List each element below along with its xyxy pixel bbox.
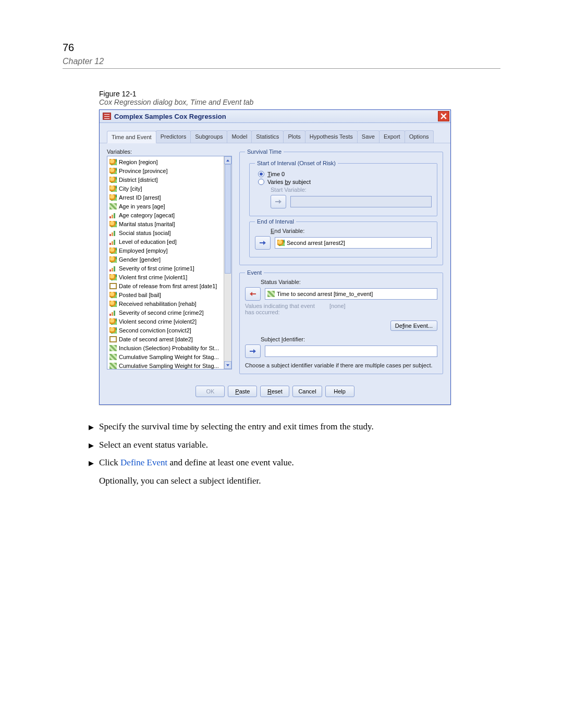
tab-export[interactable]: Export [379, 130, 405, 143]
list-item[interactable]: Inclusion (Selection) Probability for St… [107, 343, 231, 352]
list-item[interactable]: Received rehabilitation [rehab] [107, 299, 231, 308]
move-subject-id-button[interactable] [245, 344, 261, 358]
move-end-var-button[interactable] [255, 236, 271, 250]
help-button[interactable]: Help [325, 386, 354, 397]
tab-predictors[interactable]: Predictors [156, 130, 191, 143]
list-item[interactable]: Gender [gender] [107, 255, 231, 264]
end-interval-group: End of Interval End Variable: Second arr… [249, 218, 437, 257]
list-item-label: Cumulative Sampling Weight for Stag... [119, 363, 219, 369]
scroll-up-button[interactable] [224, 156, 231, 164]
tab-plots[interactable]: Plots [283, 130, 305, 143]
list-item[interactable]: Violent first crime [violent1] [107, 273, 231, 281]
subject-id-label: Subject Identifier: [261, 336, 437, 342]
end-var-field[interactable]: Second arrest [arrest2] [275, 237, 432, 249]
list-item[interactable]: Cumulative Sampling Weight for Stag... [107, 361, 231, 369]
list-item[interactable]: Age category [agecat] [107, 211, 231, 219]
radio-time0[interactable]: Time 0 [258, 171, 432, 177]
list-item-label: Date of release from first arrest [date1… [119, 283, 217, 289]
step-2: Select an event status variable. [99, 439, 208, 452]
list-item[interactable]: Date of release from first arrest [date1… [107, 281, 231, 290]
list-item-label: Date of second arrest [date2] [119, 336, 193, 342]
list-item-label: Violent second crime [violent2] [119, 318, 197, 325]
tab-save[interactable]: Save [357, 130, 380, 143]
sca-var-icon [109, 363, 117, 369]
list-item[interactable]: Age in years [age] [107, 202, 231, 211]
list-item[interactable]: Level of education [ed] [107, 237, 231, 246]
nom-var-icon [109, 274, 117, 280]
survival-legend: Survival Time [245, 149, 284, 155]
list-item[interactable]: Region [region] [107, 157, 231, 166]
page-number: 76 [63, 42, 500, 54]
subject-id-field[interactable] [265, 346, 437, 357]
end-var-label: End Variable: [271, 228, 432, 234]
list-item-label: Province [province] [119, 168, 168, 174]
chapter-label: Chapter 12 [63, 57, 500, 69]
arrow-left-icon [249, 291, 256, 297]
scroll-down-button[interactable] [224, 361, 231, 369]
start-var-field [290, 196, 432, 207]
list-item-label: Cumulative Sampling Weight for Stag... [119, 354, 219, 360]
scroll-track[interactable] [224, 164, 231, 361]
status-var-field[interactable]: Time to second arrest [time_to_event] [265, 288, 437, 300]
scroll-thumb[interactable] [225, 164, 231, 274]
tab-options[interactable]: Options [405, 130, 434, 143]
move-status-var-button[interactable] [245, 287, 261, 301]
list-item[interactable]: Cumulative Sampling Weight for Stag... [107, 352, 231, 361]
list-item[interactable]: Arrest ID [arrest] [107, 193, 231, 202]
subject-id-help: Choose a subject identifier variable if … [245, 362, 437, 368]
nom-var-icon [109, 292, 117, 298]
define-event-link[interactable]: Define Event [120, 458, 167, 467]
scale-var-icon [267, 291, 275, 297]
tab-statistics[interactable]: Statistics [251, 130, 284, 143]
list-item[interactable]: Second conviction [convict2] [107, 326, 231, 335]
sca-var-icon [109, 203, 117, 209]
list-item[interactable]: Province [province] [107, 166, 231, 175]
tab-subgroups[interactable]: Subgroups [190, 130, 227, 143]
list-item-label: Employed [employ] [119, 248, 168, 254]
define-event-button[interactable]: Define Event... [390, 320, 437, 331]
list-item[interactable]: Marital status [marital] [107, 219, 231, 228]
close-button[interactable] [438, 111, 449, 121]
list-item[interactable]: Violent second crime [violent2] [107, 317, 231, 326]
list-item[interactable]: Social status [social] [107, 228, 231, 237]
step-1: Specify the survival time by selecting t… [99, 421, 374, 434]
variables-label: Variables: [107, 149, 232, 155]
figure-caption: Cox Regression dialog box, Time and Even… [99, 98, 500, 106]
radio-varies[interactable]: Varies by subject [258, 179, 432, 185]
list-item-label: Severity of second crime [crime2] [119, 310, 204, 316]
list-item[interactable]: Severity of first crime [crime1] [107, 264, 231, 273]
dialog-title: Complex Samples Cox Regression [114, 113, 226, 120]
nom-var-icon [109, 221, 117, 227]
dat-var-icon [109, 336, 117, 342]
list-item[interactable]: City [city] [107, 184, 231, 193]
sca-var-icon [109, 345, 117, 351]
tab-time-and-event[interactable]: Time and Event [107, 131, 156, 143]
nom-var-icon [109, 301, 117, 307]
list-item[interactable]: Posted bail [bail] [107, 290, 231, 299]
list-item[interactable]: Date of second arrest [date2] [107, 335, 231, 343]
list-item[interactable]: Employed [employ] [107, 246, 231, 255]
nom-var-icon [109, 159, 117, 165]
radio-icon [258, 179, 264, 185]
chevron-down-icon [226, 363, 230, 367]
scrollbar-vertical[interactable] [224, 156, 231, 369]
reset-button[interactable]: Reset [260, 386, 289, 397]
end-var-value: Second arrest [arrest2] [287, 240, 345, 246]
values-value: [none] [329, 303, 346, 309]
triangle-bullet-icon: ▶ [89, 439, 94, 452]
arrow-right-icon [249, 348, 256, 354]
list-item-label: Age in years [age] [119, 203, 165, 209]
tab-hypothesis-tests[interactable]: Hypothesis Tests [305, 130, 358, 143]
event-legend: Event [245, 269, 264, 276]
tab-model[interactable]: Model [227, 130, 252, 143]
list-item[interactable]: District [district] [107, 175, 231, 184]
list-item[interactable]: Severity of second crime [crime2] [107, 308, 231, 317]
cancel-button[interactable]: Cancel [292, 386, 322, 397]
variables-list[interactable]: Region [region]Province [province]Distri… [107, 156, 232, 369]
nom-var-icon [109, 256, 117, 263]
arrow-right-icon [259, 240, 266, 246]
paste-button[interactable]: Paste [228, 386, 257, 397]
list-item-label: Gender [gender] [119, 256, 161, 263]
optional-text: Optionally, you can select a subject ide… [99, 475, 294, 488]
nom-var-icon [109, 327, 117, 334]
